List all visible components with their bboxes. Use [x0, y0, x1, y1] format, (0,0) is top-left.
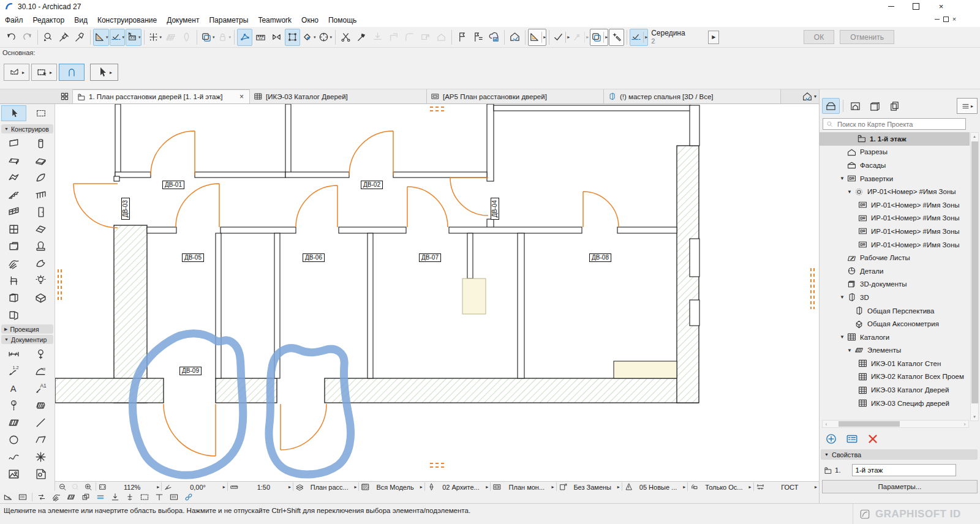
scroll-left-icon[interactable]: ‹	[823, 421, 830, 427]
renovation-filter-control[interactable]: 05 Новые ...▸	[622, 482, 687, 492]
scrollbar-thumb[interactable]	[971, 141, 978, 403]
tree-vertical-scrollbar[interactable]: ▴ ▾	[970, 132, 979, 421]
tree-item[interactable]: ИР-01<Номер> #Имя Зоны	[820, 238, 970, 252]
tab-close-icon[interactable]: ×	[238, 92, 246, 101]
door-label[interactable]: ДВ-06	[303, 253, 325, 262]
slab-tool-button[interactable]	[27, 152, 54, 169]
text-tool-button[interactable]: A	[0, 380, 27, 397]
link-chain-button[interactable]	[183, 492, 194, 502]
snap-grid-button[interactable]: ▾	[147, 29, 163, 46]
dimension-tool-button[interactable]	[0, 345, 27, 362]
layout-book-button[interactable]	[866, 98, 884, 114]
navigator-menu-button[interactable]: ▸	[957, 98, 978, 114]
marker-tool-button[interactable]: 1	[0, 397, 27, 414]
tab-3[interactable]: [АР5 План расстановки дверей]	[427, 89, 604, 103]
chevron-down-icon[interactable]: ▼	[838, 294, 846, 300]
publisher-set-icon[interactable]	[802, 91, 813, 102]
door-label[interactable]: ДВ-02	[361, 181, 383, 189]
close-button[interactable]: ×	[929, 0, 954, 13]
intersect-button[interactable]	[386, 29, 401, 46]
chevron-down-icon[interactable]: ▼	[845, 189, 854, 195]
tree-item[interactable]: 3D-документы	[820, 278, 970, 291]
tree-item[interactable]: Фасады	[820, 159, 970, 172]
door-label[interactable]: ДВ-09	[179, 367, 202, 375]
chevron-down-icon[interactable]: ▼	[845, 348, 854, 353]
circle-tool-button[interactable]	[0, 431, 27, 448]
tab-options-chevron-icon[interactable]: ▾	[814, 94, 816, 99]
zoom-in-button[interactable]	[83, 482, 94, 492]
zoom-out-button[interactable]	[57, 482, 68, 492]
tree-item[interactable]: ▼Элементы	[820, 344, 970, 357]
zone-tool-button[interactable]	[27, 397, 54, 414]
shell-tool-button[interactable]	[27, 169, 54, 186]
undo-button[interactable]	[4, 29, 19, 46]
dimension-style-control[interactable]: ГОСТ▸	[753, 482, 819, 492]
stair-tool-button[interactable]	[0, 186, 27, 203]
orientation-control[interactable]: 0,00°▸	[161, 482, 227, 492]
figure-tool-button[interactable]	[0, 465, 27, 482]
ok-button[interactable]: ОК	[804, 30, 834, 44]
door-label[interactable]: ДВ-08	[589, 253, 611, 262]
parameters-button[interactable]: Параметры...	[822, 480, 978, 493]
polyline-tool-button[interactable]	[27, 431, 54, 448]
trace-reference-button[interactable]	[163, 29, 178, 46]
tree-item[interactable]: 1. 1-й этаж	[820, 132, 970, 146]
tree-item[interactable]: ИКЭ-02 Каталог Всех Проем	[820, 370, 970, 384]
project-map-button[interactable]	[822, 98, 840, 114]
skylight-tool-button[interactable]	[27, 220, 54, 238]
project-map-search[interactable]	[823, 118, 966, 130]
zoom-previous-button[interactable]	[70, 482, 81, 492]
tree-item[interactable]: ИКЭ-03 Специф дверей	[820, 397, 970, 410]
lock-elements-button[interactable]: ▾	[216, 29, 232, 46]
doc-restore-button[interactable]	[942, 15, 949, 23]
pick-up-parameters-button[interactable]	[56, 29, 72, 46]
railing-tool-button[interactable]	[27, 186, 54, 203]
resize-button[interactable]	[418, 29, 433, 46]
guide-lines-button[interactable]: ▾	[93, 29, 109, 46]
tree-item[interactable]: Разрезы	[820, 146, 970, 159]
line-tool-button[interactable]	[27, 414, 54, 431]
equipment-tool-button[interactable]	[0, 289, 27, 306]
menu-редактор[interactable]: Редактор	[28, 14, 70, 26]
split-button[interactable]	[338, 29, 353, 46]
mesh-tool-button[interactable]	[0, 255, 27, 272]
window-tool-button[interactable]	[0, 220, 27, 238]
snap-reference-button[interactable]: ▸	[630, 29, 648, 46]
confirm-input-button[interactable]: ▸	[552, 29, 570, 46]
selection-box-button[interactable]	[139, 492, 150, 502]
model-view-options-control[interactable]: План мон...▸	[490, 482, 556, 492]
publisher-button[interactable]	[886, 98, 903, 114]
beam-tool-button[interactable]	[0, 152, 27, 169]
curtain-wall-tool-button[interactable]	[0, 203, 27, 220]
align-button[interactable]	[370, 29, 385, 46]
doc-close-button[interactable]: ×	[951, 15, 958, 23]
rotate-button[interactable]: ▾	[301, 29, 317, 46]
angle-dimension-tool-button[interactable]: α	[27, 362, 54, 380]
floor-plan-canvas[interactable]: ДВ-01ДВ-02ДВ-03ДВ-04ДВ-05ДВ-06ДВ-07ДВ-08…	[55, 104, 819, 481]
magic-wand-button[interactable]	[609, 29, 624, 46]
fillet-button[interactable]	[402, 29, 417, 46]
menu-документ[interactable]: Документ	[162, 14, 204, 26]
redo-button[interactable]	[20, 29, 35, 46]
gravity-button[interactable]	[110, 492, 121, 502]
edit-plane-button[interactable]: ▸	[590, 29, 608, 46]
minimize-button[interactable]	[878, 0, 903, 13]
polygon-selection-button[interactable]: ▸	[4, 64, 29, 81]
snap-guides-button[interactable]: ▾	[110, 29, 126, 46]
panel-grid-button[interactable]	[17, 492, 28, 502]
snap-points-button[interactable]	[237, 29, 252, 46]
text-anchor-button[interactable]	[154, 492, 165, 502]
viewpoint-settings-button[interactable]	[845, 432, 859, 446]
level-dimension-tool-button[interactable]: 1.2	[0, 362, 27, 380]
stretch-button[interactable]	[269, 29, 284, 46]
hotspot-tool-button[interactable]	[27, 448, 54, 465]
numpad-button[interactable]	[168, 492, 179, 502]
tree-item[interactable]: ИКЭ-01 Каталог Стен	[820, 357, 970, 370]
search-input[interactable]	[836, 120, 963, 129]
menu-помощь[interactable]: Помощь	[323, 14, 361, 26]
scale-control[interactable]: 1:50▸	[227, 482, 293, 492]
scroll-up-icon[interactable]: ▴	[971, 133, 978, 140]
tab-1[interactable]: 1. План расстановки дверей [1. 1-й этаж]…	[73, 89, 250, 103]
flag-list-button[interactable]	[470, 29, 486, 46]
menu-вид[interactable]: Вид	[69, 14, 92, 26]
